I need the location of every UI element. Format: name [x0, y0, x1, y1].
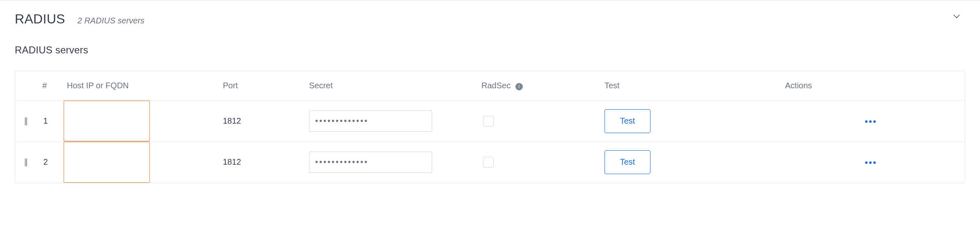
secret-input[interactable] — [309, 152, 432, 173]
drag-handle-icon[interactable]: || — [24, 116, 27, 126]
radius-servers-table: # Host IP or FQDN Port Secret RadSec i T… — [15, 71, 965, 183]
radsec-checkbox[interactable] — [483, 116, 494, 126]
collapse-toggle[interactable] — [950, 9, 964, 23]
col-actions: Actions — [776, 71, 965, 101]
row-actions-menu[interactable] — [862, 115, 879, 126]
test-button[interactable]: Test — [604, 150, 650, 174]
radius-section: RADIUS 2 RADIUS servers RADIUS servers # — [0, 0, 980, 200]
section-server-count: 2 RADIUS servers — [78, 16, 144, 25]
table-row: || 1 1812 Tes — [15, 101, 965, 142]
row-port: 1812 — [214, 101, 300, 142]
row-port: 1812 — [214, 142, 300, 183]
secret-input[interactable] — [309, 110, 432, 132]
col-port: Port — [214, 71, 300, 101]
row-actions-menu[interactable] — [862, 156, 879, 168]
host-input[interactable] — [64, 142, 150, 183]
drag-handle-icon[interactable]: || — [24, 157, 27, 167]
col-test: Test — [595, 71, 776, 101]
table-header-row: # Host IP or FQDN Port Secret RadSec i T… — [15, 71, 965, 101]
table-heading: RADIUS servers — [15, 44, 965, 56]
row-index: 1 — [33, 101, 58, 142]
info-icon[interactable]: i — [515, 83, 523, 90]
col-handle — [15, 71, 33, 101]
row-index: 2 — [33, 142, 58, 183]
col-index: # — [33, 71, 58, 101]
radsec-checkbox[interactable] — [483, 157, 494, 168]
ellipsis-icon — [865, 161, 876, 164]
section-title: RADIUS — [15, 12, 65, 26]
col-radsec-label: RadSec — [481, 81, 511, 90]
col-radsec: RadSec i — [472, 71, 595, 101]
table-row: || 2 1812 Tes — [15, 142, 965, 183]
host-input[interactable] — [64, 101, 150, 141]
chevron-down-icon — [951, 11, 962, 22]
table-body: || 1 1812 Tes — [15, 101, 965, 183]
col-host: Host IP or FQDN — [58, 71, 214, 101]
col-secret: Secret — [300, 71, 472, 101]
test-button[interactable]: Test — [604, 109, 650, 133]
section-header: RADIUS 2 RADIUS servers — [15, 9, 965, 26]
ellipsis-icon — [865, 120, 876, 123]
radius-servers-table-wrap: # Host IP or FQDN Port Secret RadSec i T… — [15, 71, 965, 183]
